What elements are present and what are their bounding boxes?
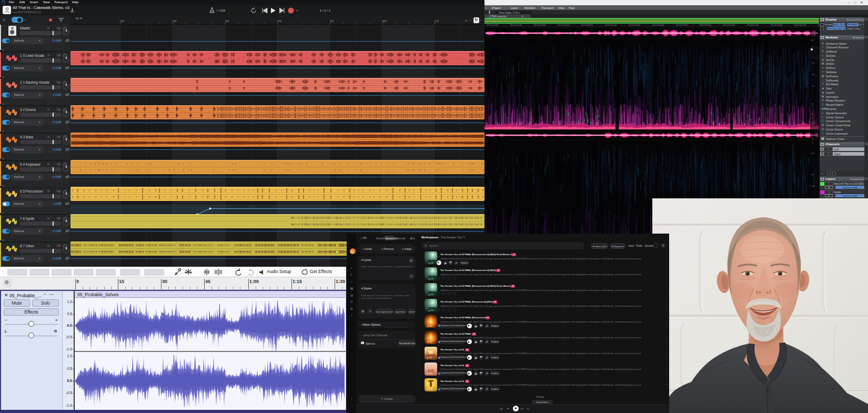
svg-text:120: 120 [220,9,226,12]
svg-text:1 / 1 / 1: 1 / 1 / 1 [320,9,331,12]
